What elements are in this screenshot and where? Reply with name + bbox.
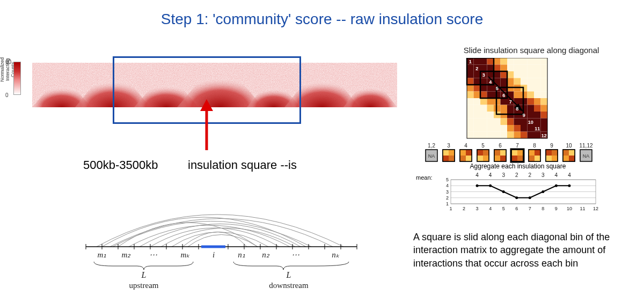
svg-rect-36 xyxy=(507,58,514,65)
svg-rect-127 xyxy=(474,112,481,119)
svg-rect-67 xyxy=(474,78,481,85)
svg-text:2: 2 xyxy=(475,66,478,71)
svg-text:3: 3 xyxy=(476,206,479,211)
insulation-matrix: 123456789101112 xyxy=(445,58,569,141)
svg-text:4: 4 xyxy=(489,172,492,178)
svg-rect-113 xyxy=(541,98,548,105)
svg-rect-33 xyxy=(487,58,494,65)
svg-rect-64 xyxy=(534,71,541,78)
svg-rect-249 xyxy=(563,156,569,161)
svg-rect-78 xyxy=(467,85,474,92)
svg-rect-145 xyxy=(514,119,521,125)
svg-rect-238 xyxy=(535,156,540,161)
svg-rect-99 xyxy=(528,92,535,99)
svg-rect-150 xyxy=(467,125,474,132)
svg-text:3: 3 xyxy=(541,172,545,178)
svg-rect-107 xyxy=(501,98,508,105)
svg-rect-232 xyxy=(517,156,523,161)
svg-rect-65 xyxy=(541,71,548,78)
svg-rect-142 xyxy=(494,119,501,125)
svg-rect-52 xyxy=(534,65,541,72)
svg-rect-226 xyxy=(500,156,506,161)
svg-rect-102 xyxy=(467,98,474,105)
svg-point-279 xyxy=(541,190,544,193)
svg-text:10: 10 xyxy=(567,206,572,211)
svg-rect-206 xyxy=(449,150,455,156)
svg-text:8: 8 xyxy=(541,206,544,211)
svg-rect-114 xyxy=(467,105,474,112)
arc-lbl-m1: m₁ xyxy=(98,250,107,259)
svg-rect-212 xyxy=(466,150,472,156)
arcs-diagram: m₁ m₂ ⋯ mₖ i n₁ n₂ ⋯ nₖ L L upstream dow… xyxy=(80,198,381,290)
arc-lbl-ndots: ⋯ xyxy=(291,250,299,259)
svg-text:9: 9 xyxy=(523,113,525,118)
svg-rect-247 xyxy=(563,150,569,156)
svg-text:4: 4 xyxy=(489,79,492,85)
svg-rect-171 xyxy=(528,132,535,139)
svg-text:4: 4 xyxy=(475,172,479,178)
svg-rect-37 xyxy=(514,58,521,65)
svg-text:2: 2 xyxy=(446,195,449,201)
agg-subtitle: Aggregate each insulation square xyxy=(429,162,606,170)
svg-rect-72 xyxy=(507,78,514,85)
svg-text:2: 2 xyxy=(515,172,518,178)
svg-text:10: 10 xyxy=(566,143,572,149)
svg-text:9: 9 xyxy=(550,143,553,149)
svg-rect-117 xyxy=(487,105,494,112)
svg-text:4: 4 xyxy=(489,206,492,211)
svg-rect-135 xyxy=(528,112,535,119)
svg-rect-139 xyxy=(474,119,481,125)
arc-lbl-n2: n₂ xyxy=(262,250,270,259)
svg-rect-50 xyxy=(521,65,528,72)
svg-rect-31 xyxy=(474,58,481,65)
arc-lbl-n1: n₁ xyxy=(238,250,245,259)
svg-text:2: 2 xyxy=(463,206,465,211)
svg-text:7: 7 xyxy=(529,206,531,211)
svg-rect-77 xyxy=(541,78,548,85)
svg-rect-90 xyxy=(467,92,474,99)
svg-text:6: 6 xyxy=(502,93,505,98)
insulation-arrow-icon xyxy=(199,99,215,153)
svg-rect-172 xyxy=(534,132,541,139)
svg-rect-237 xyxy=(529,156,535,161)
svg-rect-224 xyxy=(500,150,506,156)
svg-text:1: 1 xyxy=(446,201,449,206)
svg-rect-208 xyxy=(449,156,455,161)
svg-rect-242 xyxy=(552,150,558,156)
svg-text:3: 3 xyxy=(446,189,449,195)
svg-point-276 xyxy=(502,190,505,193)
svg-rect-120 xyxy=(507,105,514,112)
svg-point-278 xyxy=(529,196,531,199)
svg-rect-45 xyxy=(487,65,494,72)
svg-rect-236 xyxy=(535,150,540,156)
svg-rect-38 xyxy=(521,58,528,65)
svg-rect-49 xyxy=(514,65,521,72)
arc-lbl-mk: mₖ xyxy=(181,250,191,259)
svg-rect-123 xyxy=(528,105,535,112)
svg-rect-235 xyxy=(529,150,535,156)
svg-rect-76 xyxy=(534,78,541,85)
svg-rect-61 xyxy=(514,71,521,78)
svg-rect-141 xyxy=(487,119,494,125)
svg-rect-48 xyxy=(507,65,514,72)
svg-rect-101 xyxy=(541,92,548,99)
svg-rect-138 xyxy=(467,119,474,125)
svg-text:4: 4 xyxy=(446,183,449,188)
svg-rect-105 xyxy=(487,98,494,105)
svg-rect-152 xyxy=(480,125,487,132)
svg-rect-62 xyxy=(521,71,528,78)
svg-rect-158 xyxy=(521,125,528,132)
svg-rect-124 xyxy=(534,105,541,112)
svg-rect-79 xyxy=(474,85,481,92)
svg-rect-244 xyxy=(552,156,558,161)
svg-rect-217 xyxy=(477,150,483,156)
svg-rect-170 xyxy=(521,132,528,139)
svg-rect-248 xyxy=(569,150,575,156)
svg-text:6: 6 xyxy=(515,206,518,211)
svg-rect-63 xyxy=(528,71,535,78)
svg-point-277 xyxy=(515,196,518,199)
svg-text:3: 3 xyxy=(447,143,450,149)
svg-rect-231 xyxy=(511,156,517,161)
svg-rect-73 xyxy=(514,78,521,85)
colorbar xyxy=(13,62,21,95)
